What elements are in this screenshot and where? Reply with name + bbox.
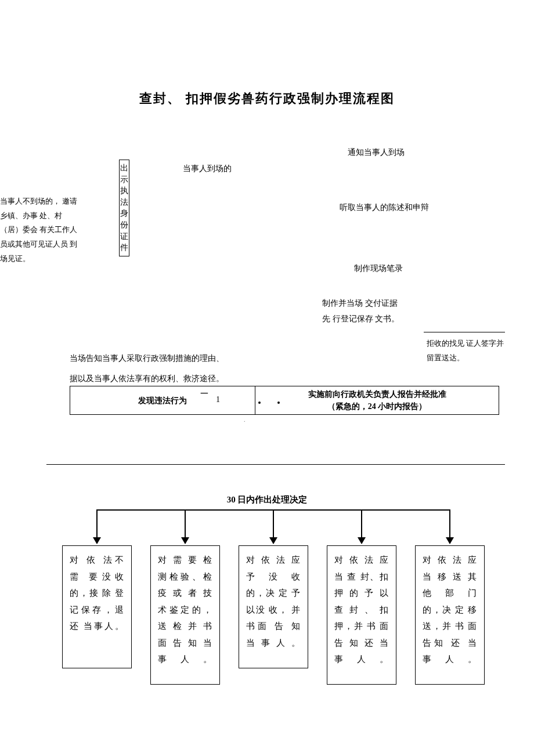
wide-left-text: 发现违法行为	[76, 395, 249, 407]
result-box-5: 对 依 法 应当 移 送 其他 部 门 的，决 定 移 送，并 书 面 告知 还…	[415, 545, 485, 685]
mark-dash: 一	[200, 388, 208, 400]
make-record-label: 制作现场笔录	[354, 261, 403, 276]
absent-party-note: 当事人不到场的， 邀请乡镇、办事 处、村（居）委会 有关工作人员或其他可见证人员…	[0, 194, 81, 266]
refuse-sign-label: 拒收的找见 证人签字并 留置送达。	[427, 337, 508, 365]
inform-reason-line1: 当场告知当事人采取行政强制措施的理由、	[70, 351, 224, 367]
page-title: 查封、 扣押假劣兽药行政强制办理流程图	[0, 90, 534, 107]
listen-statement-label: 听取当事人的陈述和申辩	[340, 200, 429, 215]
wide-row: 发现违法行为 一 1 实施前向行政机关负责人报告并经批准 （紧急的，24 小时内…	[70, 386, 499, 415]
underline-refuse	[424, 332, 505, 332]
result-box-2: 对 需 要 检测检验、检疫 或 者 技术鉴定的，送 检 并 书面 告 知 当事人…	[150, 545, 220, 685]
wide-cell-right: 实施前向行政机关负责人报告并经批准 （紧急的，24 小时内报告）	[255, 386, 499, 414]
result-box-4: 对 依 法 应当 查 封、扣押 的 予 以查 封 、 扣押，并 书 面告 知 还…	[327, 545, 396, 685]
notify-party-label: 通知当事人到场	[348, 145, 405, 160]
show-id-box: 出示执法身份证件	[119, 160, 129, 256]
mark-1: 1	[216, 393, 220, 406]
party-present-label: 当事人到场的	[183, 161, 232, 176]
result-box-1: 对 依 法不 需 要没收的，接 除 登记保存，退 还 当事人。	[62, 545, 132, 668]
bullet-dot-1	[258, 401, 261, 404]
divider-line	[46, 464, 505, 465]
wide-right-line1: 实施前向行政机关负责人报告并经批准	[261, 388, 493, 400]
bullet-dot-2	[277, 401, 280, 404]
faint-mark: .	[244, 417, 246, 423]
inform-reason-line2: 据以及当事人依法享有的权利、救济途径。	[70, 371, 224, 387]
decision-title: 30 日内作出处理决定	[0, 494, 534, 505]
make-deliver-label: 制作并当场 交付证据先 行登记保存 文书。	[322, 296, 403, 327]
wide-cell-left: 发现违法行为 一 1	[70, 386, 255, 414]
wide-right-line2: （紧急的，24 小时内报告）	[261, 400, 493, 413]
result-box-3: 对 依 法 应予 没 收 的，决 定 予 以没 收， 并书面 告 知 当事人。	[239, 545, 308, 668]
